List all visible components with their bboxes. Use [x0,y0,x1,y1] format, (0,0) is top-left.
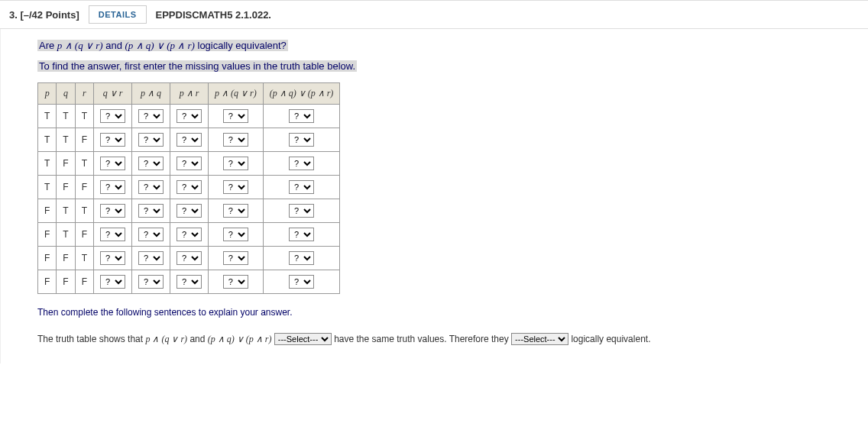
cell-value: F [57,175,75,199]
cell-value: T [38,175,57,199]
truth-value-select[interactable]: ? [289,251,314,265]
select-therefore[interactable]: ---Select--- [511,333,568,345]
truth-value-select[interactable]: ? [289,109,314,123]
table-header-row: p q r q ∨ r p ∧ q p ∧ r p ∧ (q ∨ r) (p ∧… [38,82,340,104]
cell-select: ? [263,175,340,199]
truth-value-select[interactable]: ? [289,204,314,218]
details-button[interactable]: DETAILS [89,5,147,24]
cell-value: F [75,270,93,293]
truth-value-select[interactable]: ? [177,228,202,241]
cell-select: ? [263,246,340,270]
cell-value: F [57,246,75,270]
cell-select: ? [263,199,340,222]
truth-value-select[interactable]: ? [223,228,248,241]
cell-select: ? [170,270,209,293]
truth-value-select[interactable]: ? [138,157,164,170]
cell-value: T [57,128,75,151]
cell-select: ? [132,270,170,293]
cell-value: F [57,151,75,175]
cell-select: ? [94,175,132,199]
truth-value-select[interactable]: ? [138,204,164,218]
col-qvr: q ∨ r [94,82,132,104]
cell-select: ? [132,222,170,246]
truth-value-select[interactable]: ? [100,228,125,241]
cell-value: T [75,199,93,222]
cell-value: T [75,246,93,270]
truth-value-select[interactable]: ? [177,275,202,289]
cell-select: ? [170,199,209,222]
cell-value: F [38,270,57,293]
truth-value-select[interactable]: ? [138,109,164,123]
truth-value-select[interactable]: ? [100,133,125,147]
truth-value-select[interactable]: ? [177,180,202,194]
truth-value-select[interactable]: ? [289,180,314,194]
cell-select: ? [209,104,264,128]
cell-select: ? [132,199,170,222]
cell-value: F [75,222,93,246]
truth-value-select[interactable]: ? [100,251,125,265]
truth-value-select[interactable]: ? [177,133,202,147]
truth-value-select[interactable]: ? [223,275,248,289]
cell-select: ? [209,128,264,151]
table-row: TFF????? [38,175,340,199]
truth-value-select[interactable]: ? [138,275,164,289]
cell-select: ? [170,246,209,270]
truth-value-select[interactable]: ? [177,204,202,218]
truth-value-select[interactable]: ? [100,157,125,170]
cell-select: ? [170,151,209,175]
truth-value-select[interactable]: ? [177,157,202,170]
cell-select: ? [209,175,264,199]
cell-value: T [38,151,57,175]
truth-value-select[interactable]: ? [223,157,248,170]
cell-select: ? [209,199,264,222]
cell-value: T [38,128,57,151]
truth-value-select[interactable]: ? [100,109,125,123]
cell-value: T [75,104,93,128]
table-row: TFT????? [38,151,340,175]
question-body: Are p ∧ (q ∨ r) and (p ∧ q) ∨ (p ∧ r) lo… [0,29,868,363]
cell-select: ? [263,270,340,293]
cell-value: F [38,222,57,246]
truth-value-select[interactable]: ? [100,275,125,289]
cell-value: T [57,104,75,128]
final-sentence: The truth table shows that p ∧ (q ∨ r) a… [37,331,868,348]
table-row: TTT????? [38,104,340,128]
truth-value-select[interactable]: ? [138,251,164,265]
truth-value-select[interactable]: ? [289,157,314,170]
cell-select: ? [132,175,170,199]
truth-value-select[interactable]: ? [138,180,164,194]
cell-select: ? [94,104,132,128]
select-same-values[interactable]: ---Select--- [274,333,332,345]
cell-value: T [57,222,75,246]
cell-select: ? [132,246,170,270]
cell-select: ? [132,128,170,151]
truth-value-select[interactable]: ? [177,251,202,265]
cell-value: F [57,270,75,293]
cell-select: ? [94,128,132,151]
truth-value-select[interactable]: ? [138,133,164,147]
truth-value-select[interactable]: ? [100,180,125,194]
cell-select: ? [94,151,132,175]
cell-value: T [57,199,75,222]
question-prompt-2: To find the answer, first enter the miss… [37,59,868,75]
truth-value-select[interactable]: ? [223,133,248,147]
truth-value-select[interactable]: ? [223,251,248,265]
truth-value-select[interactable]: ? [177,109,202,123]
truth-value-select[interactable]: ? [289,133,314,147]
cell-value: T [75,151,93,175]
truth-value-select[interactable]: ? [223,204,248,218]
truth-value-select[interactable]: ? [138,228,164,241]
explain-line-1: Then complete the following sentences to… [37,305,868,321]
cell-select: ? [94,222,132,246]
cell-value: T [38,104,57,128]
cell-select: ? [209,151,264,175]
cell-value: F [75,175,93,199]
truth-value-select[interactable]: ? [223,109,248,123]
truth-value-select[interactable]: ? [223,180,248,194]
truth-value-select[interactable]: ? [289,228,314,241]
cell-select: ? [263,104,340,128]
truth-value-select[interactable]: ? [100,204,125,218]
truth-value-select[interactable]: ? [289,275,314,289]
cell-select: ? [170,175,209,199]
cell-select: ? [263,222,340,246]
